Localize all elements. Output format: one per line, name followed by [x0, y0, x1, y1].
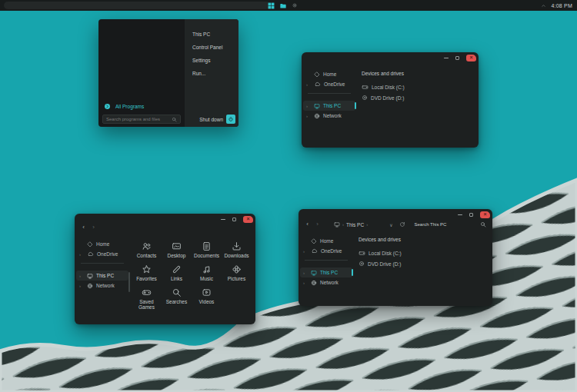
contacts-icon [142, 241, 152, 251]
search-icon [172, 287, 182, 297]
maximize-button[interactable] [469, 213, 473, 217]
search-icon [480, 221, 486, 228]
sidebar-item-onedrive[interactable]: › OneDrive [76, 249, 128, 259]
address-bar[interactable]: › This PC › [334, 221, 368, 228]
sidebar-separator [308, 93, 351, 94]
folder-music[interactable]: Music [192, 264, 222, 287]
folder-favorites[interactable]: Favorites [132, 264, 162, 287]
back-button[interactable]: ‹ [303, 221, 312, 228]
chevron-up-icon [541, 3, 546, 8]
section-devices-and-drives: Devices and drives [362, 69, 479, 78]
explorer-window-top-right: × Home › OneDrive › This PC › Networ [302, 52, 479, 148]
sidebar-item-network[interactable]: › Network [300, 277, 352, 287]
search-box[interactable]: Search This PC [415, 222, 447, 227]
back-button[interactable]: ‹ [79, 224, 88, 231]
folder-documents[interactable]: Documents [192, 241, 222, 264]
sidebar-item-onedrive[interactable]: › OneDrive [300, 246, 352, 256]
cloud-icon [311, 248, 318, 254]
start-button[interactable] [268, 0, 275, 12]
drive-dvd[interactable]: DVD Drive (D:) [359, 258, 492, 269]
breadcrumb-this-pc[interactable]: This PC [346, 222, 364, 228]
start-menu-right-panel: This PC Control Panel Settings Run... Sh… [185, 19, 238, 127]
titlebar[interactable]: × [75, 214, 255, 223]
star-icon [142, 264, 152, 274]
all-programs-button[interactable]: All Programs [104, 103, 144, 110]
sidebar-item-network[interactable]: › Network [303, 111, 355, 121]
start-menu-item-settings[interactable]: Settings [185, 54, 238, 67]
drive-dvd[interactable]: DVD Drive (D:) [362, 92, 479, 103]
all-programs-icon [104, 103, 111, 110]
sidebar-scrollbar[interactable] [128, 272, 130, 292]
address-dropdown-icon[interactable]: ∨ [389, 222, 392, 228]
folder-links[interactable]: Links [162, 264, 192, 287]
download-icon [232, 241, 242, 251]
close-button[interactable]: × [243, 216, 253, 223]
shutdown-label[interactable]: Shut down [199, 117, 223, 122]
search-icon [172, 117, 177, 122]
maximize-button[interactable] [455, 56, 459, 60]
forward-button[interactable]: › [89, 224, 98, 231]
forward-button[interactable]: › [313, 221, 322, 228]
file-explorer-taskbar-button[interactable] [279, 0, 287, 12]
settings-taskbar-button[interactable] [292, 2, 298, 8]
chevron-right-icon: › [79, 252, 81, 257]
flower-icon [232, 264, 242, 274]
cloud-icon [314, 81, 321, 88]
sidebar-item-home[interactable]: Home [300, 236, 352, 246]
power-button[interactable] [226, 115, 235, 124]
document-icon [202, 241, 212, 251]
close-button[interactable]: × [480, 211, 490, 218]
globe-icon [87, 283, 93, 289]
sidebar-separator [305, 260, 348, 261]
sidebar-item-this-pc[interactable]: › This PC [303, 101, 355, 111]
gamepad-icon [142, 287, 152, 297]
clock[interactable]: 4:08 PM [552, 3, 572, 8]
folder-desktop[interactable]: Desktop [162, 241, 192, 264]
titlebar[interactable]: × [302, 52, 479, 62]
windows-logo-icon [268, 2, 275, 9]
search-button[interactable] [480, 221, 486, 228]
sidebar-item-home[interactable]: Home [76, 239, 128, 249]
sidebar-item-this-pc[interactable]: › This PC [300, 267, 352, 277]
monitor-icon [334, 221, 340, 228]
minimize-button[interactable] [444, 58, 449, 58]
power-icon [228, 116, 234, 122]
taskbar-search-pill[interactable] [4, 2, 270, 9]
breadcrumb-separator-icon: › [342, 222, 344, 227]
folder-searches[interactable]: Searches [162, 287, 192, 311]
maximize-button[interactable] [232, 218, 236, 221]
sidebar-item-this-pc[interactable]: › This PC [76, 271, 128, 281]
folder-icon [279, 2, 287, 9]
folder-downloads[interactable]: Downloads [222, 241, 252, 264]
tray-expand-button[interactable] [541, 3, 546, 8]
minimize-button[interactable] [221, 219, 225, 220]
refresh-button[interactable] [399, 221, 405, 228]
folder-contacts[interactable]: Contacts [132, 241, 162, 264]
folder-videos[interactable]: Videos [192, 287, 222, 311]
link-icon [172, 264, 182, 274]
chevron-right-icon: › [79, 284, 81, 288]
folder-saved-games[interactable]: Saved Games [132, 287, 162, 311]
folder-pictures[interactable]: Pictures [222, 264, 252, 287]
start-menu-item-control-panel[interactable]: Control Panel [185, 41, 238, 54]
monitor-icon [87, 273, 93, 279]
close-button[interactable]: × [466, 55, 476, 61]
start-menu-item-this-pc[interactable]: This PC [185, 28, 238, 41]
refresh-icon [399, 221, 405, 228]
start-menu-item-run[interactable]: Run... [185, 67, 238, 80]
start-search-input[interactable] [106, 117, 172, 121]
chevron-right-icon: › [79, 274, 81, 278]
minimize-button[interactable] [458, 214, 462, 215]
start-search-box[interactable] [102, 115, 181, 124]
disc-icon [359, 261, 365, 267]
chevron-right-icon: › [303, 281, 305, 285]
sidebar-item-onedrive[interactable]: › OneDrive [303, 79, 355, 89]
drive-local-disk[interactable]: Local Disk (C:) [359, 247, 492, 258]
hard-drive-icon [359, 250, 365, 257]
sidebar-item-home[interactable]: Home [303, 69, 355, 79]
drive-local-disk[interactable]: Local Disk (C:) [362, 81, 479, 92]
sidebar-item-network[interactable]: › Network [76, 281, 128, 291]
globe-icon [311, 280, 317, 286]
titlebar[interactable]: × [299, 209, 492, 218]
breadcrumb-separator-icon: › [366, 222, 368, 227]
